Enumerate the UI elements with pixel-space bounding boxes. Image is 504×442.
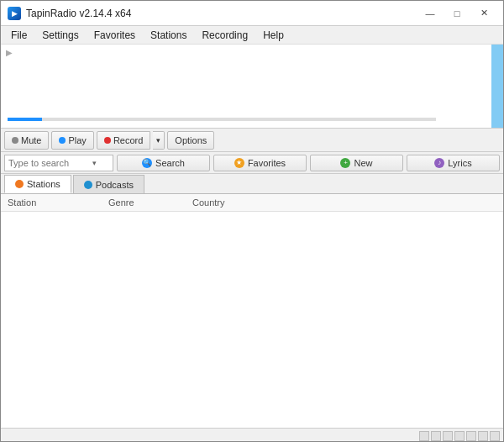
status-seg-1: [419, 431, 429, 441]
search-input[interactable]: [8, 158, 92, 168]
tab-stations[interactable]: Stations: [4, 175, 71, 193]
tabs-bar: Stations Podcasts: [1, 174, 503, 194]
title-bar: ▶ TapinRadio v2.14.4 x64 — □ ✕: [1, 1, 503, 26]
menu-file[interactable]: File: [4, 27, 34, 44]
app-icon: ▶: [8, 7, 21, 20]
status-seg-3: [443, 431, 453, 441]
record-dropdown-button[interactable]: ▾: [153, 131, 165, 150]
title-left: ▶ TapinRadio v2.14.4 x64: [8, 7, 131, 20]
menu-help[interactable]: Help: [256, 27, 291, 44]
menu-favorites[interactable]: Favorites: [87, 27, 142, 44]
mute-icon: [12, 137, 18, 144]
maximize-button[interactable]: □: [444, 5, 470, 22]
status-seg-6: [478, 431, 488, 441]
mute-button[interactable]: Mute: [4, 131, 49, 150]
menu-stations[interactable]: Stations: [144, 27, 193, 44]
record-icon: [104, 137, 111, 144]
search-button[interactable]: 🔍 Search: [117, 155, 210, 171]
search-dropdown-icon[interactable]: ▾: [92, 159, 97, 167]
title-text: TapinRadio v2.14.4 x64: [26, 8, 131, 19]
table-area: Station Genre Country: [1, 194, 503, 428]
progress-bar[interactable]: [8, 118, 436, 121]
status-seg-2: [431, 431, 441, 441]
progress-fill: [8, 118, 42, 121]
new-button[interactable]: + New: [310, 155, 403, 171]
menu-recording[interactable]: Recording: [195, 27, 255, 44]
minimize-button[interactable]: —: [417, 5, 443, 22]
status-seg-4: [454, 431, 465, 441]
col-header-genre: Genre: [105, 196, 189, 209]
viz-area: ▶: [1, 45, 503, 129]
search-icon: 🔍: [142, 158, 152, 168]
stations-tab-icon: [15, 180, 24, 188]
new-icon: +: [340, 158, 350, 168]
favorites-icon: ★: [234, 158, 244, 168]
col-header-station: Station: [4, 196, 105, 209]
search-input-wrap: ▾: [4, 155, 113, 171]
close-button[interactable]: ✕: [471, 5, 496, 22]
lyrics-button[interactable]: ♪ Lyrics: [407, 155, 500, 171]
favorites-button[interactable]: ★ Favorites: [213, 155, 307, 171]
status-seg-7: [490, 431, 500, 441]
podcasts-tab-icon: [84, 181, 92, 189]
options-button[interactable]: Options: [167, 131, 214, 150]
play-button[interactable]: Play: [51, 131, 93, 150]
search-bar: ▾ 🔍 Search ★ Favorites + New ♪ Lyrics: [1, 152, 503, 174]
side-visualizer: [491, 45, 503, 128]
table-header: Station Genre Country: [1, 194, 503, 212]
col-header-country: Country: [189, 196, 500, 209]
small-icon: ▶: [6, 48, 13, 57]
status-seg-5: [466, 431, 476, 441]
status-bar: [1, 428, 503, 442]
controls-bar: Mute Play Record ▾ Options: [1, 129, 503, 152]
play-icon: [59, 137, 66, 144]
record-button[interactable]: Record: [97, 131, 150, 150]
lyrics-icon: ♪: [434, 158, 444, 168]
menu-settings[interactable]: Settings: [35, 27, 85, 44]
window-controls: — □ ✕: [417, 5, 496, 22]
menu-bar: File Settings Favorites Stations Recordi…: [1, 26, 503, 45]
tab-podcasts[interactable]: Podcasts: [73, 175, 144, 193]
main-content: ▶ Mute Play Record ▾ Options ▾ 🔍: [1, 45, 503, 442]
